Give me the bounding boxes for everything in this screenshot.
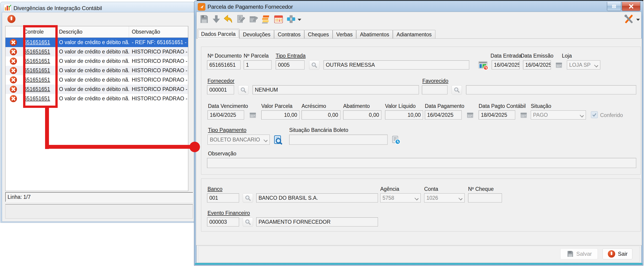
banco-desc-field[interactable]: BANCO DO BRASIL S.A. xyxy=(256,193,378,203)
banco-label[interactable]: Banco xyxy=(208,186,222,192)
date-picker-icon[interactable] xyxy=(519,110,529,120)
favorecido-search-button[interactable] xyxy=(452,85,462,95)
check-icon xyxy=(592,112,597,117)
exit-button[interactable] xyxy=(7,15,16,23)
row-descricao: O valor de crédito e débito nã... xyxy=(56,56,129,66)
error-circle-icon xyxy=(10,57,17,65)
tab-verbas[interactable]: Verbas xyxy=(333,30,356,39)
toolbar-dropdown-caret[interactable] xyxy=(298,19,301,21)
boleto-search-button[interactable] xyxy=(272,134,284,145)
tipo-entrada-search-button[interactable] xyxy=(309,60,319,70)
restore-icon xyxy=(611,3,617,9)
data-pagto-contabil-field[interactable]: 18/04/2025 xyxy=(478,110,515,120)
date-picker-icon[interactable] xyxy=(248,110,258,120)
tab-devoluções[interactable]: Devoluções xyxy=(239,30,274,39)
download-arrow-icon[interactable] xyxy=(211,14,222,24)
row-observacao: - REF NF: 651651651 - xyxy=(129,38,188,47)
col-descricao[interactable]: Descrição xyxy=(56,26,129,37)
cheque-field[interactable] xyxy=(468,193,502,203)
calendar-icon[interactable] xyxy=(274,14,284,24)
search-icon xyxy=(240,86,247,94)
evento-search-button[interactable] xyxy=(243,217,253,227)
situacao-select[interactable]: PAGO xyxy=(531,110,586,120)
window-title-parcela[interactable]: Parcela de Pagamento Fornecedor xyxy=(208,3,293,11)
tools-dropdown-caret[interactable] xyxy=(636,19,640,21)
message-panel xyxy=(5,204,193,219)
layers-icon[interactable] xyxy=(261,14,271,24)
favorecido-desc-field[interactable] xyxy=(466,85,636,94)
tab-abatimentos[interactable]: Abatimentos xyxy=(356,30,393,39)
agencia-value: 5758 xyxy=(382,195,394,201)
tipo-entrada-label[interactable]: Tipo Entrada xyxy=(276,53,306,59)
fornecedor-search-button[interactable] xyxy=(238,85,248,95)
data-vencimento-field[interactable]: 16/04/2025 xyxy=(208,110,244,120)
parcela-field[interactable]: 1 xyxy=(244,60,272,69)
situacao-bancaria-field[interactable] xyxy=(289,135,388,145)
row-observacao: HISTORICO PADRAO - R xyxy=(129,66,188,75)
payment-history-icon[interactable] xyxy=(390,134,402,145)
col-observacao[interactable]: Observação xyxy=(129,26,188,37)
loja-value: LOJA SP xyxy=(569,62,590,68)
conta-select[interactable]: 1026 xyxy=(424,193,465,203)
valor-parcela-field[interactable]: 10,00 xyxy=(261,110,300,120)
observacao-label: Observação xyxy=(208,151,236,157)
documento-field[interactable]: 651651651 xyxy=(207,60,240,69)
tab-contratos[interactable]: Contratos xyxy=(274,30,304,39)
restore-button[interactable] xyxy=(607,2,621,11)
evento-desc-field[interactable]: PAGAMENTO FORNECEDOR xyxy=(256,217,378,227)
printer-icon[interactable] xyxy=(286,14,296,24)
conferido-label: Conferido xyxy=(600,112,623,118)
tipo-pagamento-select[interactable]: BOLETO BANCARIO xyxy=(208,135,270,145)
acrescimo-field[interactable]: 0,00 xyxy=(302,110,340,120)
agencia-select[interactable]: 5758 xyxy=(380,193,421,203)
conferido-checkbox[interactable] xyxy=(591,111,598,118)
date-picker-icon[interactable] xyxy=(554,60,564,70)
tab-dados-parcela[interactable]: Dados Parcela xyxy=(198,29,239,39)
tipo-entrada-desc-field[interactable]: OUTRAS REMESSA xyxy=(324,60,469,69)
tools-icon[interactable] xyxy=(624,14,634,24)
salvar-button[interactable]: Salvar xyxy=(560,249,598,259)
close-icon xyxy=(628,3,634,9)
edit-document-icon[interactable] xyxy=(236,14,246,24)
tab-adiantamentos[interactable]: Adiantamentos xyxy=(393,30,435,39)
row-observacao: HISTORICO PADRAO - R xyxy=(129,75,188,85)
abatimento-label: Abatimento xyxy=(343,103,370,109)
valor-liquido-field[interactable]: 10,00 xyxy=(385,110,423,120)
banco-code-field[interactable]: 001 xyxy=(207,193,239,203)
sair-button[interactable]: Sair xyxy=(602,249,632,259)
col-status[interactable] xyxy=(6,26,21,37)
loja-select[interactable]: LOJA SP xyxy=(567,60,600,69)
data-entrada-field[interactable]: 16/04/2025 xyxy=(492,60,520,69)
undo-icon[interactable] xyxy=(223,14,233,24)
tab-cheques[interactable]: Cheques xyxy=(304,30,333,39)
calendar-sync-icon[interactable] xyxy=(477,60,489,70)
annotation-connector-vertical xyxy=(45,106,49,149)
evento-code-field[interactable]: 000003 xyxy=(207,217,239,227)
error-circle-icon xyxy=(10,76,17,84)
window-title-divergencias[interactable]: Divergências de Integração Contábil xyxy=(14,4,102,12)
date-picker-icon[interactable] xyxy=(465,110,475,120)
edit-box-icon[interactable] xyxy=(248,14,258,24)
tipo-entrada-code-field[interactable]: 0005 xyxy=(276,60,304,69)
fornecedor-desc-field[interactable]: NENHUM xyxy=(252,85,419,94)
row-observacao: HISTORICO PADRAO - R xyxy=(129,94,188,103)
situacao-bancaria-label: Situação Bancária Boleto xyxy=(289,127,348,133)
tipo-pagamento-label[interactable]: Tipo Pagamento xyxy=(208,127,246,133)
favorecido-code-field[interactable] xyxy=(422,85,448,94)
banco-search-button[interactable] xyxy=(243,193,253,203)
status-bar: Linha: 1/7 xyxy=(5,192,193,202)
abatimento-field[interactable]: 0,00 xyxy=(343,110,381,120)
data-pagamento-field[interactable]: 16/04/2025 xyxy=(425,110,462,120)
row-observacao: HISTORICO PADRAO - R xyxy=(129,56,188,66)
evento-financeiro-label[interactable]: Evento Financeiro xyxy=(208,210,250,216)
favorecido-label[interactable]: Favorecido xyxy=(422,78,448,84)
save-icon[interactable] xyxy=(199,14,209,24)
chevron-down-icon xyxy=(414,196,419,200)
tipo-pagamento-value: BOLETO BANCARIO xyxy=(210,137,260,143)
observacao-field[interactable] xyxy=(207,158,636,168)
data-emissao-field[interactable]: 16/04/2025 xyxy=(523,60,551,69)
fornecedor-label[interactable]: Fornecedor xyxy=(208,78,234,84)
close-button[interactable] xyxy=(622,2,640,11)
fornecedor-code-field[interactable]: 000001 xyxy=(207,85,234,94)
data-emissao-label: Data Emissão xyxy=(521,53,554,59)
